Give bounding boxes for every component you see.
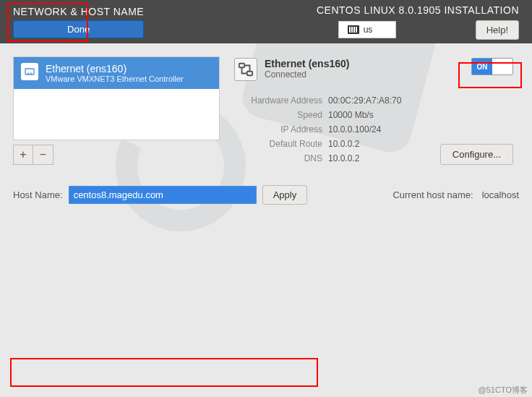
detail-value: 10.0.0.100/24: [328, 124, 381, 135]
content-area: Ethernet (ens160) VMware VMXNET3 Etherne…: [0, 43, 532, 178]
detail-label: DNS: [234, 153, 328, 163]
toggle-handle: [492, 59, 512, 74]
device-desc: VMware VMXNET3 Ethernet Controller: [46, 74, 184, 83]
add-device-button[interactable]: +: [13, 145, 33, 165]
help-button[interactable]: Help!: [476, 20, 519, 40]
device-list-item[interactable]: Ethernet (ens160) VMware VMXNET3 Etherne…: [14, 57, 219, 89]
detail-label: Default Route: [234, 139, 328, 149]
configure-button[interactable]: Configure...: [440, 144, 513, 165]
hostname-input[interactable]: [69, 186, 257, 204]
detail-value: 10000 Mb/s: [328, 110, 374, 120]
network-icon: [234, 58, 257, 81]
left-panel: Ethernet (ens160) VMware VMXNET3 Etherne…: [13, 56, 220, 165]
svg-rect-4: [247, 72, 252, 76]
svg-rect-2: [30, 72, 31, 74]
connection-header: Ethernet (ens160) Connected ON: [234, 58, 513, 81]
header-bar: NETWORK & HOST NAME Done CENTOS LINUX 8.…: [0, 0, 532, 43]
current-hostname-value: localhost: [482, 189, 519, 200]
header-right: CENTOS LINUX 8.0.1905 INSTALLATION us He…: [317, 4, 519, 40]
connection-text: Ethernet (ens160) Connected: [265, 58, 349, 80]
hostname-bar: Host Name: Apply Current host name: loca…: [0, 178, 532, 215]
page-title: NETWORK & HOST NAME: [13, 6, 144, 17]
current-hostname: Current host name: localhost: [392, 189, 519, 200]
keyboard-layout-label: us: [364, 25, 373, 35]
detail-label: IP Address: [234, 124, 328, 135]
highlight-hostname: [10, 358, 318, 387]
apply-button[interactable]: Apply: [262, 185, 308, 205]
ethernet-icon: [21, 63, 38, 80]
toggle-on-label: ON: [472, 59, 492, 74]
detail-speed: Speed 10000 Mb/s: [234, 110, 513, 120]
device-text: Ethernet (ens160) VMware VMXNET3 Etherne…: [46, 63, 184, 83]
connection-name: Ethernet (ens160): [265, 58, 349, 69]
current-hostname-label: Current host name:: [392, 189, 473, 200]
remove-device-button[interactable]: −: [33, 145, 53, 165]
svg-rect-3: [239, 64, 244, 68]
device-list[interactable]: Ethernet (ens160) VMware VMXNET3 Etherne…: [13, 56, 220, 140]
connection-status: Connected: [265, 69, 349, 80]
connection-info: Ethernet (ens160) Connected: [234, 58, 349, 81]
install-title: CENTOS LINUX 8.0.1905 INSTALLATION: [317, 4, 519, 16]
right-panel: Ethernet (ens160) Connected ON Hardware …: [228, 56, 519, 165]
detail-hardware-address: Hardware Address 00:0C:29:A7:A8:70: [234, 95, 513, 106]
done-button[interactable]: Done: [13, 20, 144, 38]
svg-rect-0: [25, 69, 34, 74]
detail-ip-address: IP Address 10.0.0.100/24: [234, 124, 513, 135]
header-left: NETWORK & HOST NAME Done: [13, 6, 144, 38]
keyboard-icon: [348, 25, 359, 34]
list-controls: + −: [13, 145, 220, 165]
connection-toggle[interactable]: ON: [471, 58, 513, 75]
detail-label: Hardware Address: [234, 95, 328, 106]
svg-rect-1: [27, 72, 28, 74]
device-name: Ethernet (ens160): [46, 63, 184, 74]
detail-value: 10.0.0.2: [328, 153, 359, 163]
detail-label: Speed: [234, 110, 328, 120]
watermark-credit: @51CTO博客: [479, 385, 528, 396]
keyboard-layout-selector[interactable]: us: [338, 21, 396, 38]
detail-value: 10.0.0.2: [328, 139, 359, 149]
hostname-label: Host Name:: [13, 189, 63, 200]
detail-value: 00:0C:29:A7:A8:70: [328, 95, 401, 106]
